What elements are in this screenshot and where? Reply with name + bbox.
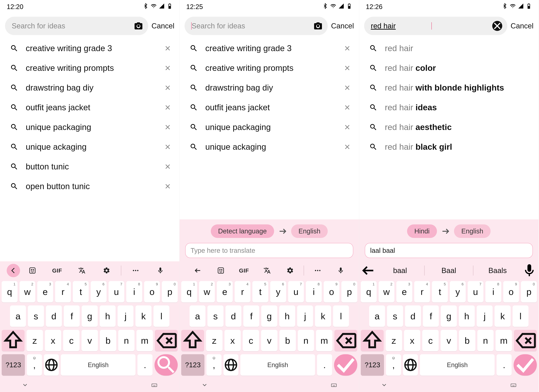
key-enter[interactable] xyxy=(514,354,537,376)
key-enter[interactable] xyxy=(334,354,357,376)
prediction-word[interactable]: baal xyxy=(376,266,424,275)
remove-suggestion-button[interactable] xyxy=(164,65,171,71)
mic-icon[interactable] xyxy=(148,267,173,274)
suggestion-item[interactable]: red hair aesthetic xyxy=(359,117,539,137)
key-n[interactable]: n xyxy=(118,330,135,351)
prediction-word[interactable]: Baals xyxy=(473,266,522,275)
key-t[interactable]: 5t xyxy=(73,281,89,302)
key-space[interactable]: English xyxy=(61,354,135,376)
key-c[interactable]: c xyxy=(422,330,439,351)
key-n[interactable]: n xyxy=(298,330,314,351)
key-globe[interactable] xyxy=(403,354,418,376)
remove-suggestion-button[interactable] xyxy=(344,104,351,111)
key-p[interactable]: 0p xyxy=(342,281,357,302)
sticker-icon[interactable] xyxy=(209,267,232,274)
key-enter[interactable] xyxy=(154,354,178,376)
cancel-button[interactable]: Cancel xyxy=(331,22,354,30)
key-z[interactable]: z xyxy=(386,330,402,351)
suggestion-item[interactable]: open button tunic xyxy=(0,176,179,196)
key-v[interactable]: v xyxy=(441,330,457,351)
search-box[interactable]: Search for ideas xyxy=(185,17,328,35)
key-j[interactable]: j xyxy=(477,305,493,327)
toolbar-back-button[interactable] xyxy=(186,267,209,274)
key-l[interactable]: l xyxy=(154,305,169,327)
translate-from-chip[interactable]: Detect language xyxy=(211,224,274,238)
keyboard-switcher-icon[interactable] xyxy=(510,382,517,389)
more-icon[interactable] xyxy=(123,267,148,274)
suggestion-item[interactable]: red hair color xyxy=(359,58,539,78)
key-period[interactable]: . xyxy=(317,354,332,376)
key-w[interactable]: 2w xyxy=(199,281,215,302)
key-t[interactable]: 5t xyxy=(252,281,268,302)
key-shift[interactable] xyxy=(2,330,24,351)
suggestion-item[interactable]: red hair with blonde highlights xyxy=(359,78,539,97)
key-k[interactable]: k xyxy=(135,305,151,327)
key-m[interactable]: m xyxy=(316,330,332,351)
key-p[interactable]: 0p xyxy=(521,281,537,302)
translate-icon[interactable] xyxy=(255,267,279,274)
key-o[interactable]: 9o xyxy=(144,281,160,302)
translate-to-chip[interactable]: English xyxy=(454,224,491,238)
key-v[interactable]: v xyxy=(82,330,98,351)
key-b[interactable]: b xyxy=(459,330,475,351)
search-box[interactable]: Search for ideas xyxy=(5,17,148,35)
prediction-back-button[interactable] xyxy=(361,263,376,278)
settings-icon[interactable] xyxy=(279,267,302,274)
key-numeric[interactable]: ?123 xyxy=(361,354,384,376)
more-icon[interactable] xyxy=(306,267,329,274)
toolbar-back-button[interactable] xyxy=(7,264,20,277)
keyboard-switcher-icon[interactable] xyxy=(151,382,158,389)
key-n[interactable]: n xyxy=(477,330,494,351)
remove-suggestion-button[interactable] xyxy=(344,124,351,131)
remove-suggestion-button[interactable] xyxy=(164,84,171,91)
key-k[interactable]: k xyxy=(315,305,331,327)
suggestion-item[interactable]: unique ackaging xyxy=(0,137,179,157)
key-period[interactable]: . xyxy=(137,354,152,376)
key-numeric[interactable]: ?123 xyxy=(2,354,25,376)
key-s[interactable]: s xyxy=(28,305,44,327)
cancel-button[interactable]: Cancel xyxy=(151,22,174,30)
key-x[interactable]: x xyxy=(225,330,241,351)
key-y[interactable]: 6y xyxy=(91,281,106,302)
key-d[interactable]: d xyxy=(226,305,241,327)
key-r[interactable]: 4r xyxy=(414,281,430,302)
suggestion-item[interactable]: red hair ideas xyxy=(359,97,539,117)
key-space[interactable]: English xyxy=(240,354,315,376)
key-o[interactable]: 9o xyxy=(324,281,340,302)
search-input[interactable]: Search for ideas xyxy=(12,22,134,30)
mic-icon[interactable] xyxy=(522,263,537,278)
camera-icon[interactable] xyxy=(313,21,323,31)
key-shift[interactable] xyxy=(361,330,384,351)
key-x[interactable]: x xyxy=(404,330,420,351)
key-h[interactable]: h xyxy=(279,305,295,327)
key-m[interactable]: m xyxy=(496,330,512,351)
key-e[interactable]: 3e xyxy=(37,281,53,302)
suggestion-item[interactable]: creative writing grade 3 xyxy=(180,39,359,58)
suggestion-item[interactable]: drawstring bag diy xyxy=(0,78,179,97)
remove-suggestion-button[interactable] xyxy=(344,144,351,150)
key-g[interactable]: g xyxy=(441,305,457,327)
key-g[interactable]: g xyxy=(261,305,277,327)
key-u[interactable]: 7u xyxy=(109,281,125,302)
key-j[interactable]: j xyxy=(297,305,313,327)
key-h[interactable]: h xyxy=(459,305,475,327)
key-t[interactable]: 5t xyxy=(432,281,448,302)
key-h[interactable]: h xyxy=(100,305,116,327)
key-u[interactable]: 7u xyxy=(468,281,484,302)
key-y[interactable]: 6y xyxy=(450,281,466,302)
remove-suggestion-button[interactable] xyxy=(164,144,171,150)
key-q[interactable]: 1q xyxy=(361,281,377,302)
keyboard[interactable]: 1q2w3e4r5t6y7u8i9o0pasdfghjklzxcvbnm?123… xyxy=(180,280,359,380)
collapse-keyboard-icon[interactable] xyxy=(201,382,208,389)
sticker-icon[interactable] xyxy=(20,267,45,274)
key-k[interactable]: k xyxy=(495,305,510,327)
key-e[interactable]: 3e xyxy=(217,281,233,302)
key-f[interactable]: f xyxy=(64,305,80,327)
key-d[interactable]: d xyxy=(46,305,62,327)
suggestion-item[interactable]: outfit jeans jacket xyxy=(180,97,359,117)
key-s[interactable]: s xyxy=(387,305,403,327)
key-p[interactable]: 0p xyxy=(162,281,178,302)
key-q[interactable]: 1q xyxy=(2,281,18,302)
search-box[interactable]: red hair xyxy=(364,17,507,35)
translate-icon[interactable] xyxy=(69,267,94,274)
